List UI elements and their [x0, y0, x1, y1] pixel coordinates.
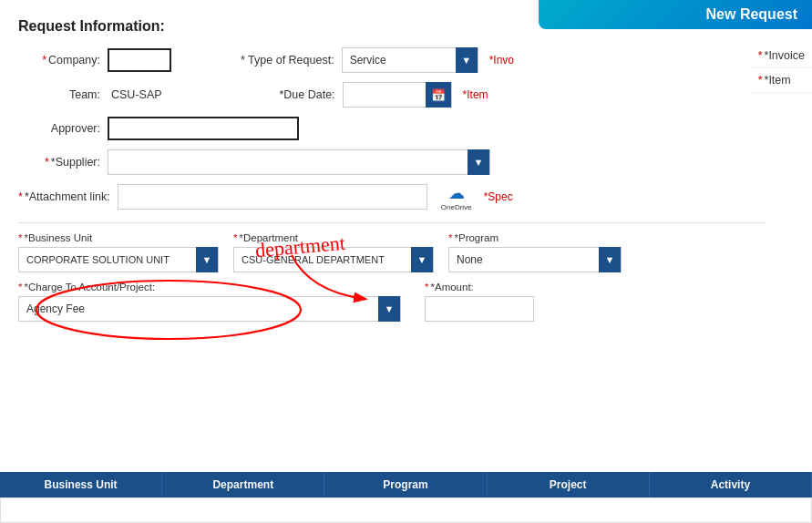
col-activity: Activity: [650, 472, 812, 497]
dept-label: *Department: [233, 232, 434, 243]
bu-dept-program-row: *Business Unit CORPORATE SOLUTION UNIT ▼…: [18, 232, 766, 272]
onedrive-cloud-icon: ☁: [448, 183, 465, 203]
divider: [18, 222, 766, 223]
supplier-row: *Supplier: 101 Restaurant City Inc. ▼: [18, 149, 766, 175]
approver-row: Approver:: [18, 117, 766, 140]
due-date-label: *Due Date:: [253, 88, 335, 101]
business-unit-col: *Business Unit CORPORATE SOLUTION UNIT ▼: [18, 232, 219, 272]
program-label: *Program: [448, 232, 622, 243]
charge-amount-row: *Charge To Account/Project: Agency Fee ▼…: [18, 282, 766, 322]
business-unit-dropdown[interactable]: CORPORATE SOLUTION UNIT ▼: [18, 247, 219, 272]
charge-col: *Charge To Account/Project: Agency Fee ▼: [18, 282, 401, 322]
department-col: *Department CSU-GENERAL DEPARTMENT ▼: [233, 232, 434, 272]
program-arrow[interactable]: ▼: [599, 247, 621, 272]
type-of-request-dropdown[interactable]: Service ▼: [342, 47, 478, 73]
supplier-arrow[interactable]: ▼: [468, 149, 489, 175]
onedrive-label: OneDrive: [441, 203, 472, 211]
due-date-input[interactable]: 7/8/2019: [344, 88, 426, 101]
team-row: Team: CSU-SAP *Due Date: 7/8/2019 📅 *Ite…: [18, 82, 766, 108]
amount-input[interactable]: 0.00: [425, 296, 534, 322]
col-department: Department: [162, 472, 324, 497]
attachment-row: *Attachment link: ☁ OneDrive *Spec: [18, 184, 766, 210]
company-input[interactable]: [108, 48, 171, 72]
col-project: Project: [488, 472, 650, 497]
col-program: Program: [324, 472, 487, 497]
due-date-field[interactable]: 7/8/2019 📅: [343, 82, 452, 108]
team-label: Team:: [18, 88, 100, 101]
attachment-label: *Attachment link:: [18, 190, 110, 203]
department-dropdown[interactable]: CSU-GENERAL DEPARTMENT ▼: [233, 247, 434, 272]
bu-label: *Business Unit: [18, 232, 219, 243]
approver-input[interactable]: [108, 117, 299, 140]
dept-value: CSU-GENERAL DEPARTMENT: [234, 254, 411, 265]
supplier-input[interactable]: 101 Restaurant City Inc.: [108, 156, 468, 169]
section-title: Request Information:: [18, 18, 766, 35]
approver-label: Approver:: [18, 122, 100, 135]
bu-arrow[interactable]: ▼: [196, 247, 218, 272]
program-col: *Program None ▼: [448, 232, 622, 272]
type-of-request-label: * Type of Request:: [241, 54, 334, 67]
amount-label: *Amount:: [425, 282, 534, 292]
bottom-table: Business Unit Department Program Project…: [0, 472, 812, 523]
supplier-dropdown[interactable]: 101 Restaurant City Inc. ▼: [108, 149, 490, 175]
attachment-input[interactable]: [118, 190, 427, 203]
table-body: [0, 497, 812, 523]
col-business-unit: Business Unit: [0, 472, 162, 497]
program-dropdown[interactable]: None ▼: [448, 247, 622, 272]
program-value: None: [449, 253, 599, 266]
calendar-button[interactable]: 📅: [426, 82, 451, 108]
company-label: Company:: [18, 54, 100, 67]
charge-dropdown[interactable]: Agency Fee ▼: [18, 296, 401, 322]
charge-value: Agency Fee: [19, 303, 378, 315]
company-row: Company: * Type of Request: Service ▼ *I…: [18, 47, 766, 73]
main-content: Request Information: Company: * Type of …: [0, 9, 784, 334]
onedrive-button[interactable]: ☁ OneDrive: [440, 184, 473, 210]
team-value: CSU-SAP: [108, 87, 166, 103]
table-header: Business Unit Department Program Project…: [0, 472, 812, 497]
attachment-field[interactable]: [118, 184, 427, 210]
type-of-request-value: Service: [343, 54, 456, 67]
type-of-request-arrow[interactable]: ▼: [456, 47, 478, 73]
supplier-label: *Supplier:: [18, 156, 100, 169]
charge-label: *Charge To Account/Project:: [18, 282, 401, 292]
page-wrapper: New Request *Invoice *Item Request Infor…: [0, 0, 812, 523]
charge-arrow[interactable]: ▼: [378, 296, 400, 322]
bu-value: CORPORATE SOLUTION UNIT: [19, 254, 196, 265]
dept-arrow[interactable]: ▼: [411, 247, 433, 272]
amount-col: *Amount: 0.00: [425, 282, 534, 322]
